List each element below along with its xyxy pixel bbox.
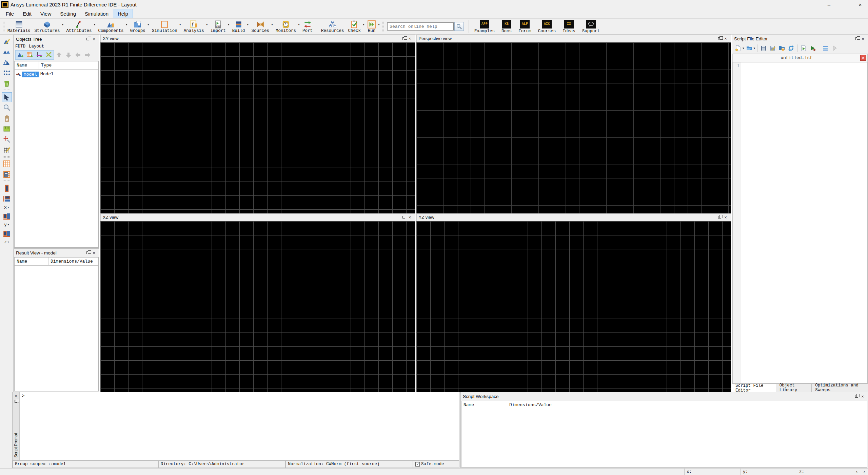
link-courses[interactable]: AIC Courses bbox=[535, 19, 559, 34]
search-input[interactable] bbox=[387, 22, 454, 31]
objects-tree-body[interactable]: model Model bbox=[15, 70, 98, 247]
menu-simulation[interactable]: Simulation bbox=[80, 9, 113, 18]
link-docs[interactable]: KB Docs bbox=[498, 19, 515, 34]
close-panel-button[interactable]: × bbox=[13, 393, 19, 399]
edit-grid-button[interactable] bbox=[2, 145, 12, 155]
toolbar-check[interactable]: Check bbox=[346, 19, 363, 34]
script-text-area[interactable] bbox=[741, 62, 867, 383]
tab-optimizations-and-sweeps[interactable]: Optimizations and Sweeps bbox=[812, 384, 868, 392]
script-workspace-body[interactable] bbox=[461, 409, 867, 467]
float-panel-button[interactable] bbox=[854, 36, 860, 42]
dropdown-arrow-icon[interactable]: ▾ bbox=[228, 22, 230, 26]
delete-button[interactable] bbox=[2, 78, 12, 88]
tree-row-model[interactable]: model Model bbox=[15, 70, 98, 78]
zoom-tool-button[interactable] bbox=[2, 103, 12, 113]
duplicate-structure-button[interactable] bbox=[2, 47, 12, 57]
menu-edit[interactable]: Edit bbox=[18, 9, 36, 18]
result-view-body[interactable] bbox=[15, 266, 98, 391]
dropdown-arrow-icon[interactable]: ▾ bbox=[298, 22, 300, 26]
float-panel-button[interactable] bbox=[13, 399, 19, 404]
normal-view-y-button[interactable] bbox=[2, 228, 12, 238]
menu-help[interactable]: Help bbox=[113, 9, 133, 18]
scroll-left-button[interactable]: ‹ bbox=[853, 469, 861, 474]
toolbar-sources[interactable]: Sources bbox=[249, 19, 271, 34]
yz-view-canvas[interactable] bbox=[416, 221, 731, 392]
safe-mode-checkbox[interactable]: ✓ bbox=[415, 462, 420, 467]
axis-x-button[interactable]: x▾ bbox=[4, 204, 9, 211]
toolbar-build[interactable]: Build bbox=[230, 19, 247, 34]
dropdown-arrow-icon[interactable]: ▾ bbox=[743, 46, 744, 50]
close-panel-button[interactable]: × bbox=[91, 250, 97, 256]
toolbar-groups[interactable]: Groups bbox=[128, 19, 147, 34]
close-panel-button[interactable]: × bbox=[91, 36, 97, 42]
move-up-button[interactable] bbox=[55, 51, 63, 59]
script-file-tab[interactable]: untitled.lsf bbox=[733, 55, 860, 60]
float-panel-button[interactable] bbox=[401, 214, 407, 220]
close-button[interactable]: × bbox=[852, 0, 868, 9]
toolbar-attributes[interactable]: Attributes bbox=[64, 19, 94, 34]
dropdown-arrow-icon[interactable]: ▾ bbox=[94, 22, 96, 26]
pan-tool-button[interactable] bbox=[2, 113, 12, 123]
close-panel-button[interactable]: × bbox=[860, 36, 866, 42]
minimize-button[interactable]: – bbox=[821, 0, 837, 9]
float-panel-button[interactable] bbox=[853, 393, 860, 399]
link-examples[interactable]: APP Examples bbox=[471, 19, 498, 34]
xz-view-canvas[interactable] bbox=[100, 221, 415, 392]
dropdown-arrow-icon[interactable]: ▾ bbox=[126, 22, 127, 26]
close-panel-button[interactable]: × bbox=[407, 36, 413, 42]
float-panel-button[interactable] bbox=[716, 36, 723, 42]
view-mesh-button[interactable] bbox=[2, 159, 12, 169]
zoom-extents-button[interactable] bbox=[2, 134, 12, 144]
toolbar-grip[interactable] bbox=[2, 20, 4, 33]
dropdown-arrow-icon[interactable]: ▾ bbox=[247, 22, 249, 26]
dropdown-arrow-icon[interactable]: ▾ bbox=[62, 22, 64, 26]
close-panel-button[interactable]: × bbox=[860, 393, 866, 399]
mode-tab-layout[interactable]: Layout bbox=[29, 44, 44, 49]
scroll-right-button[interactable]: › bbox=[861, 469, 868, 474]
toolbar-import[interactable]: GDS Import bbox=[209, 19, 228, 34]
view-simulation-mesh-button[interactable] bbox=[2, 169, 12, 179]
menu-file[interactable]: File bbox=[1, 9, 18, 18]
toolbar-materials[interactable]: Materials bbox=[5, 19, 33, 34]
open-script-button[interactable] bbox=[745, 44, 753, 52]
dropdown-arrow-icon[interactable]: ▾ bbox=[179, 22, 181, 26]
step-button[interactable] bbox=[830, 44, 839, 52]
mode-tab-fdtd[interactable]: FDTD bbox=[15, 44, 25, 49]
search-button[interactable] bbox=[454, 22, 464, 31]
new-script-button[interactable] bbox=[734, 44, 742, 52]
dropdown-arrow-icon[interactable]: ▾ bbox=[206, 22, 208, 26]
link-forum[interactable]: ALF Forum bbox=[515, 19, 535, 34]
link-support[interactable]: Support bbox=[579, 19, 604, 34]
dropdown-arrow-icon[interactable]: ▾ bbox=[754, 46, 755, 50]
float-panel-button[interactable] bbox=[716, 214, 723, 220]
move-out-button[interactable] bbox=[74, 51, 82, 59]
close-file-tab-button[interactable]: × bbox=[860, 55, 866, 61]
dropdown-arrow-icon[interactable]: ▾ bbox=[378, 22, 380, 26]
axis-y-button[interactable]: y▾ bbox=[4, 221, 9, 228]
close-panel-button[interactable]: × bbox=[723, 214, 729, 220]
dropdown-arrow-icon[interactable]: ▾ bbox=[363, 22, 364, 26]
script-editor-area[interactable]: 1 bbox=[732, 62, 868, 383]
draw-structure-button[interactable] bbox=[2, 36, 12, 46]
overlay-structure-button[interactable] bbox=[2, 57, 12, 67]
float-panel-button[interactable] bbox=[85, 250, 91, 256]
toolbar-run[interactable]: Run bbox=[365, 19, 378, 34]
tab-script-file-editor[interactable]: Script File Editor bbox=[732, 384, 776, 392]
close-panel-button[interactable]: × bbox=[723, 36, 729, 42]
float-panel-button[interactable] bbox=[85, 36, 91, 42]
view-horizontal-plane-button[interactable] bbox=[2, 194, 12, 204]
tab-object-library[interactable]: Object Library bbox=[776, 384, 812, 392]
move-in-button[interactable] bbox=[83, 51, 92, 59]
float-panel-button[interactable] bbox=[401, 36, 407, 42]
view-vertical-plane-button[interactable] bbox=[2, 183, 12, 193]
link-ideas[interactable]: IX Ideas bbox=[559, 19, 579, 34]
perspective-view-canvas[interactable] bbox=[416, 42, 731, 213]
normal-view-x-button[interactable] bbox=[2, 211, 12, 221]
axis-z-button[interactable]: z▾ bbox=[4, 239, 9, 245]
run-script-button[interactable] bbox=[809, 44, 817, 52]
add-simulation-button[interactable] bbox=[25, 51, 34, 59]
menu-setting[interactable]: Setting bbox=[56, 9, 80, 18]
add-analysis-button[interactable] bbox=[44, 51, 53, 59]
run-script-file-button[interactable] bbox=[800, 44, 808, 52]
maximize-button[interactable] bbox=[837, 0, 852, 9]
